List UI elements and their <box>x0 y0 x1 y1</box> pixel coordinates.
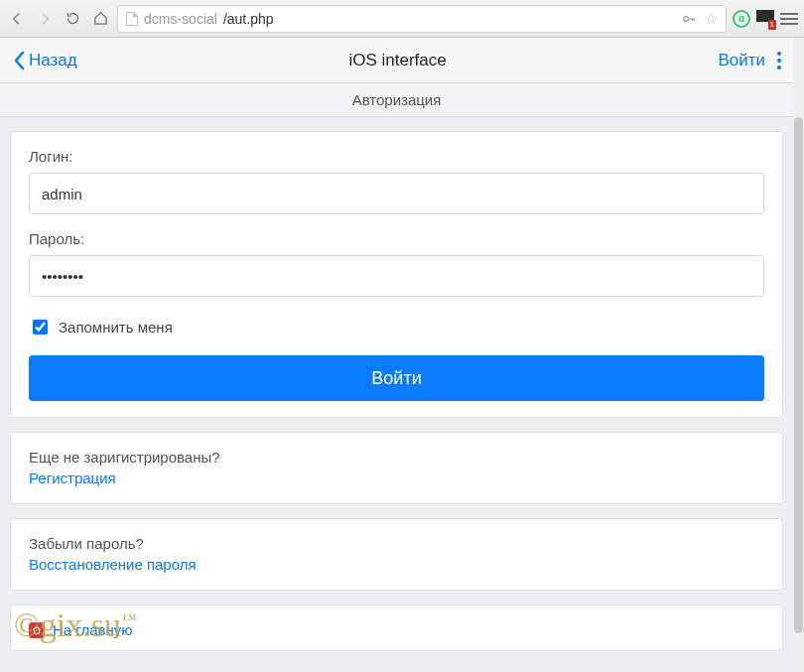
password-key-icon[interactable] <box>682 12 696 26</box>
remember-me-checkbox[interactable] <box>33 320 48 335</box>
register-prompt: Еще не заригистрированы? <box>29 449 764 466</box>
bookmark-star-icon[interactable]: ☆ <box>704 9 718 28</box>
login-label: Логин: <box>29 148 764 165</box>
url-host: dcms-social <box>144 11 217 27</box>
home-link[interactable]: На главную <box>29 621 764 638</box>
header-login-link[interactable]: Войти <box>718 51 765 70</box>
nav-forward-button[interactable] <box>34 8 56 30</box>
register-card: Еще не заригистрированы? Регистрация <box>10 432 783 504</box>
password-label: Пароль: <box>29 230 764 247</box>
url-path: /aut.php <box>223 11 274 27</box>
browser-menu-button[interactable] <box>780 13 798 25</box>
subheader: Авторизация <box>0 83 793 117</box>
login-input[interactable] <box>29 173 764 214</box>
ios-back-label: Назад <box>29 51 77 70</box>
page-icon <box>126 12 138 26</box>
home-card: На главную <box>10 605 783 651</box>
header-more-button[interactable] <box>777 52 781 69</box>
remember-me-label: Запомнить меня <box>59 319 173 336</box>
svg-point-0 <box>684 16 689 21</box>
password-input[interactable] <box>29 255 764 297</box>
register-link[interactable]: Регистрация <box>29 470 116 486</box>
home-button[interactable] <box>89 8 111 30</box>
forgot-prompt: Забыли пароль? <box>29 535 764 552</box>
page-title: iOS interface <box>348 51 446 70</box>
forgot-card: Забыли пароль? Восстановление пароля <box>10 518 783 591</box>
home-icon <box>29 622 45 638</box>
address-bar[interactable]: dcms-social/aut.php ☆ <box>117 5 727 33</box>
remember-me-row[interactable]: Запомнить меня <box>29 317 764 337</box>
nav-back-button[interactable] <box>6 8 28 30</box>
ios-back-button[interactable]: Назад <box>12 51 77 70</box>
forgot-link[interactable]: Восстановление пароля <box>29 556 197 573</box>
home-link-label: На главную <box>53 621 133 638</box>
scrollbar-thumb[interactable] <box>794 117 803 633</box>
submit-button[interactable]: Войти <box>29 355 764 401</box>
subheader-title: Авторизация <box>352 91 442 108</box>
extension-badge-icon[interactable]: 1 <box>756 10 774 28</box>
extension-green-icon[interactable]: α <box>733 10 750 28</box>
ios-header: Назад iOS interface Войти <box>0 38 793 83</box>
reload-button[interactable] <box>62 8 83 30</box>
login-form-card: Логин: Пароль: Запомнить меня Войти <box>10 131 783 418</box>
extension-badge-count: 1 <box>768 20 776 30</box>
browser-toolbar: dcms-social/aut.php ☆ α 1 <box>0 0 804 38</box>
page: Назад iOS interface Войти Авторизация Ло… <box>0 38 804 672</box>
